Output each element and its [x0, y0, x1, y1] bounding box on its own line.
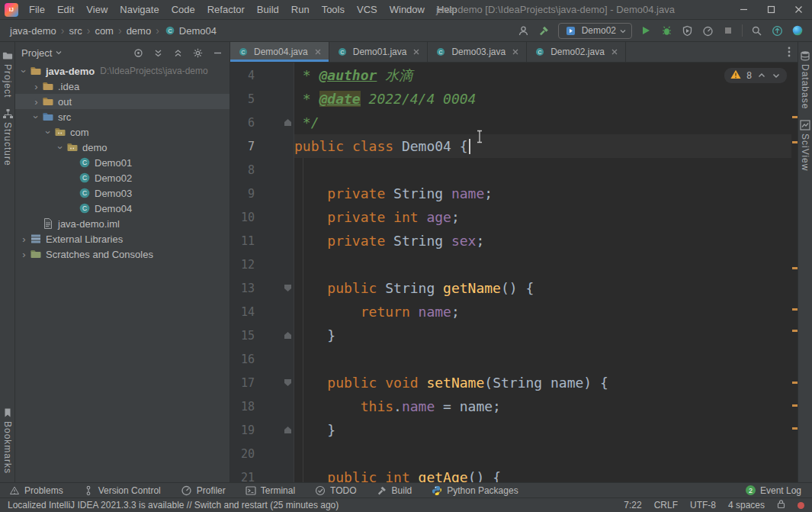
tree-item-out[interactable]: ›out [15, 94, 229, 109]
expand-arrow-icon[interactable]: › [19, 66, 29, 77]
breadcrumb-item-java-demo[interactable]: java-demo [8, 24, 59, 37]
chevron-down-icon[interactable] [56, 50, 62, 55]
breadcrumb-item-demo04[interactable]: CDemo04 [162, 24, 219, 37]
code-line-17[interactable]: 17 public void setName(String name) { [230, 371, 791, 394]
gutter-line-19[interactable]: 19 [230, 418, 294, 442]
fold-marker-icon[interactable] [281, 427, 294, 433]
code-text[interactable] [294, 158, 791, 182]
locate-icon[interactable] [133, 47, 144, 59]
fold-marker-icon[interactable] [281, 332, 294, 339]
code-text[interactable]: public int getAge() { [294, 465, 791, 482]
gutter-line-17[interactable]: 17 [230, 371, 294, 394]
tree-item-demo[interactable]: ›demo [15, 140, 229, 155]
code-text[interactable]: private String sex; [294, 229, 791, 253]
code-line-13[interactable]: 13 public String getName() { [230, 276, 791, 300]
gutter-line-9[interactable]: 9 [230, 182, 294, 205]
code-line-20[interactable]: 20 [230, 442, 791, 465]
toolwindow-button-terminal[interactable]: Terminal [246, 485, 295, 496]
toolwindow-button-todo[interactable]: TODO [315, 485, 356, 496]
code-text[interactable]: * @author 水滴 [294, 63, 791, 87]
code-line-14[interactable]: 14 return name; [230, 300, 791, 324]
status-widget-crlf[interactable]: CRLF [654, 500, 678, 510]
close-tab-icon[interactable] [611, 48, 618, 56]
status-widget-4-spaces[interactable]: 4 spaces [728, 500, 765, 510]
code-text[interactable]: private int age; [294, 205, 791, 229]
expand-arrow-icon[interactable]: › [18, 234, 30, 244]
profiler-icon[interactable] [701, 24, 714, 37]
code-text[interactable]: this.name = name; [294, 394, 791, 418]
warning-stripe-mark[interactable] [792, 382, 798, 384]
code-line-19[interactable]: 19 } [230, 418, 791, 442]
warning-stripe-mark[interactable] [792, 116, 798, 118]
code-text[interactable] [294, 253, 791, 276]
close-tab-icon[interactable] [512, 48, 519, 56]
code-line-5[interactable]: 5 * @date 2022/4/4 0004 [230, 87, 791, 111]
tree-item-demo04[interactable]: CDemo04 [15, 201, 229, 216]
lock-icon[interactable] [777, 499, 785, 511]
user-icon[interactable] [517, 24, 531, 37]
minimize-button[interactable] [730, 0, 757, 19]
gutter-line-10[interactable]: 10 [230, 205, 294, 229]
search-icon[interactable] [749, 24, 763, 37]
maximize-button[interactable] [757, 0, 785, 19]
code-text[interactable] [294, 347, 791, 371]
update-icon[interactable] [770, 24, 784, 37]
expand-arrow-icon[interactable]: › [43, 127, 53, 138]
coverage-icon[interactable] [680, 24, 694, 37]
toolwindow-button-build[interactable]: Build [377, 485, 412, 496]
menu-item-window[interactable]: Window [384, 0, 431, 19]
warning-stripe-mark[interactable] [792, 308, 798, 311]
tree-item-demo02[interactable]: CDemo02 [15, 170, 229, 185]
error-stripe-scrollbar[interactable] [791, 63, 798, 482]
collapse-all-icon[interactable] [172, 47, 184, 59]
code-line-18[interactable]: 18 this.name = name; [230, 394, 791, 418]
warning-stripe-mark[interactable] [792, 427, 798, 430]
code-editor[interactable]: 4 * @author 水滴5 * @date 2022/4/4 00046 *… [230, 63, 798, 482]
gutter-line-15[interactable]: 15 [230, 324, 294, 347]
breadcrumb-item-src[interactable]: src [66, 24, 84, 37]
code-line-6[interactable]: 6 */ [230, 111, 791, 134]
status-widget-7-22[interactable]: 7:22 [624, 500, 641, 510]
close-tab-icon[interactable] [412, 48, 420, 56]
gutter-line-21[interactable]: 21 [230, 465, 294, 482]
settings-icon[interactable] [192, 47, 204, 59]
editor-tab-demo03-java[interactable]: CDemo03.java [428, 42, 527, 62]
code-line-11[interactable]: 11 private String sex; [230, 229, 791, 253]
code-text[interactable]: */ [294, 111, 791, 134]
previous-problem-icon[interactable] [757, 71, 766, 80]
project-panel-title[interactable]: Project [21, 47, 52, 59]
code-line-15[interactable]: 15 } [230, 324, 791, 347]
gutter-line-16[interactable]: 16 [230, 347, 294, 371]
code-line-7[interactable]: 7public class Demo04 { [230, 134, 791, 158]
expand-all-icon[interactable] [152, 47, 164, 59]
breadcrumb-item-com[interactable]: com [92, 24, 116, 37]
menu-item-run[interactable]: Run [285, 0, 316, 19]
next-problem-icon[interactable] [772, 71, 781, 80]
close-tab-icon[interactable] [314, 48, 322, 56]
gutter-line-12[interactable]: 12 [230, 253, 294, 276]
code-text[interactable]: } [294, 324, 791, 347]
expand-arrow-icon[interactable]: › [30, 82, 42, 92]
toolwindow-button-project[interactable]: Project [2, 45, 13, 103]
debug-icon[interactable] [660, 24, 673, 37]
breadcrumb-item-demo[interactable]: demo [124, 24, 154, 37]
tree-item-com[interactable]: ›com [15, 124, 229, 140]
warning-stripe-mark[interactable] [792, 267, 798, 269]
gutter-line-20[interactable]: 20 [230, 442, 294, 465]
menu-item-edit[interactable]: Edit [51, 0, 80, 19]
code-text[interactable]: * @date 2022/4/4 0004 [294, 87, 791, 111]
hide-icon[interactable] [212, 47, 223, 59]
status-widget-utf-8[interactable]: UTF-8 [690, 500, 716, 510]
code-text[interactable]: public String getName() { [294, 276, 791, 300]
tree-item-external-libraries[interactable]: ›External Libraries [15, 231, 229, 246]
toolwindow-button-problems[interactable]: Problems [9, 485, 63, 496]
inspections-widget[interactable]: 8 [724, 68, 787, 83]
gutter-line-6[interactable]: 6 [230, 111, 294, 134]
code-text[interactable]: return name; [294, 300, 791, 324]
expand-arrow-icon[interactable]: › [18, 250, 30, 259]
toolwindow-button-profiler[interactable]: Profiler [181, 485, 226, 496]
code-line-16[interactable]: 16 [230, 347, 791, 371]
menu-item-tools[interactable]: Tools [316, 0, 351, 19]
tree-item-demo03[interactable]: CDemo03 [15, 185, 229, 201]
event-log-button[interactable]: 2Event Log [746, 485, 801, 496]
